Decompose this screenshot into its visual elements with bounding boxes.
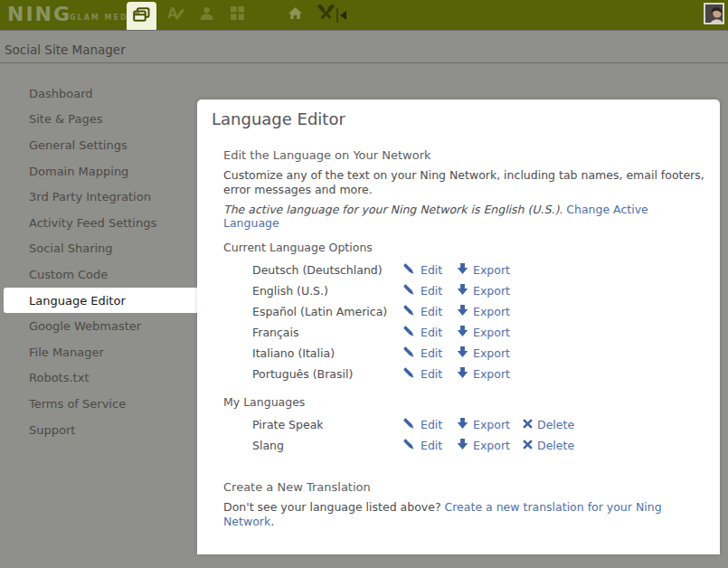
pencil-icon: [402, 438, 416, 454]
topbar: NING GLAM MEDIA A: [0, 0, 728, 30]
export-link[interactable]: Export: [457, 262, 523, 278]
sidebar-item-activity-feed-settings[interactable]: Activity Feed Settings: [4, 210, 197, 236]
sidebar-item-dashboard[interactable]: Dashboard: [4, 80, 197, 107]
language-row-espanol: Español (Latin America) Edit Export: [252, 301, 705, 322]
download-arrow-icon: [457, 304, 468, 319]
language-name: Italiano (Italia): [252, 346, 402, 360]
current-language-list: Deutsch (Deutschland) Edit Export Englis…: [252, 260, 705, 384]
sidebar-item-support[interactable]: Support: [4, 417, 197, 443]
sidebar-item-domain-mapping[interactable]: Domain Mapping: [4, 158, 197, 185]
user-avatar[interactable]: [704, 3, 724, 24]
ning-logo[interactable]: NING: [7, 3, 71, 26]
sidebar-item-terms-of-service[interactable]: Terms of Service: [4, 391, 197, 417]
active-language-note: The active language for your Ning Networ…: [223, 203, 705, 230]
screen: NING GLAM MEDIA A: [0, 0, 728, 568]
language-row-deutsch: Deutsch (Deutschland) Edit Export: [252, 260, 705, 280]
sidebar-item-language-editor[interactable]: Language Editor: [4, 288, 197, 314]
language-row-italiano: Italiano (Italia) Edit Export: [252, 343, 705, 364]
export-link[interactable]: Export: [457, 325, 523, 340]
edit-link[interactable]: Edit: [402, 346, 457, 362]
language-name: Pirate Speak: [252, 418, 402, 431]
edit-link[interactable]: Edit: [402, 283, 457, 299]
language-name: Português (Brasil): [252, 367, 402, 381]
export-link[interactable]: Export: [457, 438, 523, 453]
sidebar-item-site-pages[interactable]: Site & Pages: [4, 107, 197, 133]
pencil-icon: [402, 346, 416, 362]
pencil-icon: [402, 262, 416, 279]
sidebar-item-file-manager[interactable]: File Manager: [4, 339, 197, 365]
tools-icon: [317, 5, 336, 25]
pencil-icon: [402, 283, 416, 299]
active-language-text: The active language for your Ning Networ…: [223, 203, 563, 216]
language-name: English (U.S.): [252, 284, 402, 298]
language-editor-panel: Language Editor Edit the Language on You…: [197, 99, 720, 554]
page-title: Social Site Manager: [5, 43, 126, 57]
export-link[interactable]: Export: [457, 283, 523, 298]
language-name: Slang: [252, 439, 402, 452]
export-link[interactable]: Export: [457, 417, 523, 432]
export-link[interactable]: Export: [457, 304, 523, 319]
pencil-icon: [402, 417, 416, 433]
pencil-icon: [402, 366, 416, 383]
edit-link[interactable]: Edit: [402, 304, 457, 320]
edit-link[interactable]: Edit: [402, 325, 457, 341]
language-name: Français: [252, 326, 402, 339]
language-row-english: English (U.S.) Edit Export: [252, 280, 705, 301]
person-icon: [199, 6, 214, 24]
tab-manage-site[interactable]: [127, 2, 156, 30]
panel-title: Language Editor: [212, 109, 705, 130]
x-icon: [523, 439, 533, 452]
edit-link[interactable]: Edit: [402, 417, 457, 433]
edit-language-heading: Edit the Language on Your Network: [223, 148, 705, 162]
home-icon: [288, 6, 303, 24]
sidebar-item-social-sharing[interactable]: Social Sharing: [4, 236, 197, 262]
collapse-toolbar-button[interactable]: [336, 7, 346, 23]
tab-appearance[interactable]: A: [161, 0, 191, 30]
download-arrow-icon: [457, 366, 468, 382]
my-languages-label: My Languages: [223, 395, 705, 409]
x-icon: [523, 418, 533, 431]
download-arrow-icon: [457, 417, 468, 432]
tab-members[interactable]: [192, 0, 222, 30]
appearance-icon: A: [166, 5, 185, 24]
language-row-slang: Slang Edit Export Delete: [252, 435, 705, 456]
sidebar-item-3rd-party-integration[interactable]: 3rd Party Integration: [4, 184, 197, 210]
delete-link[interactable]: Delete: [523, 418, 574, 431]
export-link[interactable]: Export: [457, 366, 523, 382]
download-arrow-icon: [457, 325, 468, 340]
collapse-left-arrow-icon: [340, 11, 346, 20]
download-arrow-icon: [457, 283, 468, 298]
pencil-icon: [402, 304, 416, 320]
grid-icon: [231, 6, 244, 24]
create-translation-heading: Create a New Translation: [223, 480, 705, 494]
sidebar-item-robots-txt[interactable]: Robots.txt: [4, 365, 197, 392]
download-arrow-icon: [457, 346, 468, 361]
download-arrow-icon: [457, 262, 468, 278]
divider: [336, 8, 338, 23]
sidebar-item-google-webmaster[interactable]: Google Webmaster: [4, 313, 197, 339]
export-link[interactable]: Export: [457, 346, 523, 361]
sidebar-item-general-settings[interactable]: General Settings: [4, 132, 197, 158]
tab-apps[interactable]: [222, 0, 252, 30]
sidebar-item-custom-code[interactable]: Custom Code: [4, 261, 197, 288]
my-language-list: Pirate Speak Edit Export Delete Slang Ed…: [252, 414, 705, 456]
language-name: Deutsch (Deutschland): [252, 263, 402, 277]
edit-language-description: Customize any of the text on your Ning N…: [223, 168, 705, 197]
edit-link[interactable]: Edit: [402, 262, 457, 279]
edit-link[interactable]: Edit: [402, 366, 457, 383]
language-name: Español (Latin America): [252, 305, 402, 318]
pencil-icon: [402, 325, 416, 341]
language-row-pirate-speak: Pirate Speak Edit Export Delete: [252, 414, 705, 435]
current-language-options-label: Current Language Options: [223, 241, 705, 254]
subheader: Social Site Manager: [0, 30, 728, 63]
download-arrow-icon: [457, 438, 468, 453]
language-row-portugues: Português (Brasil) Edit Export: [252, 364, 705, 384]
home-button[interactable]: [280, 0, 310, 30]
create-translation-text: Don't see your language listed above? Cr…: [223, 500, 705, 529]
sidebar: Dashboard Site & Pages General Settings …: [4, 80, 197, 442]
language-row-francais: Français Edit Export: [252, 322, 705, 343]
windows-stack-icon: [133, 7, 150, 25]
edit-link[interactable]: Edit: [402, 438, 457, 454]
delete-link[interactable]: Delete: [523, 439, 574, 452]
